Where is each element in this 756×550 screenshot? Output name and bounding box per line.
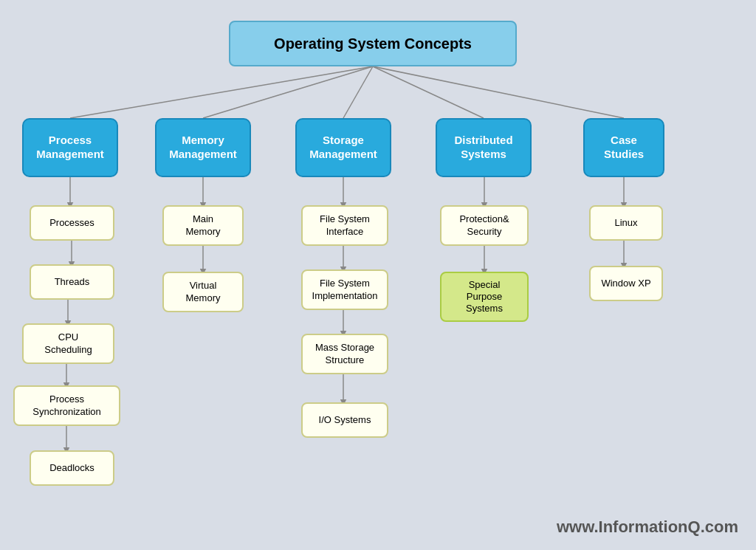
svg-line-0 <box>70 66 373 118</box>
item-file-system-interface: File SystemInterface <box>301 205 388 246</box>
item-protection-security: Protection&Security <box>440 205 529 246</box>
root-node: Operating System Concepts <box>229 21 517 66</box>
category-label: MemoryManagement <box>169 134 237 162</box>
item-main-memory: MainMemory <box>162 205 244 246</box>
item-deadlocks: Deadlocks <box>30 450 114 486</box>
item-label: Window XP <box>601 278 650 289</box>
item-label: File SystemImplementation <box>312 278 378 302</box>
item-label: Mass StorageStructure <box>315 342 374 366</box>
item-special-purpose-systems: SpecialPurposeSystems <box>440 272 529 322</box>
item-process-synchronization: ProcessSynchronization <box>13 385 120 426</box>
item-label: Threads <box>55 276 90 288</box>
item-label: VirtualMemory <box>186 280 221 304</box>
svg-line-1 <box>203 66 373 118</box>
item-label: Protection&Security <box>459 213 509 238</box>
root-label: Operating System Concepts <box>274 35 472 53</box>
category-memory-management: MemoryManagement <box>155 118 251 177</box>
item-label: SpecialPurposeSystems <box>466 279 503 315</box>
svg-line-2 <box>343 66 373 118</box>
item-file-system-implementation: File SystemImplementation <box>301 269 388 310</box>
category-distributed-systems: DistributedSystems <box>436 118 532 177</box>
watermark: www.InformationQ.com <box>557 518 738 537</box>
item-label: MainMemory <box>186 213 221 238</box>
item-io-systems: I/O Systems <box>301 402 388 438</box>
diagram-container: Operating System Concepts ProcessManagem… <box>0 0 756 550</box>
item-window-xp: Window XP <box>589 266 663 301</box>
category-process-management: ProcessManagement <box>22 118 118 177</box>
category-storage-management: StorageManagement <box>295 118 391 177</box>
item-threads: Threads <box>30 264 114 300</box>
category-label: ProcessManagement <box>36 134 104 162</box>
item-processes: Processes <box>30 205 114 241</box>
item-label: Deadlocks <box>49 462 94 474</box>
item-label: Processes <box>49 217 94 229</box>
item-label: File SystemInterface <box>320 213 370 238</box>
svg-line-4 <box>373 66 624 118</box>
category-label: CaseStudies <box>604 134 644 162</box>
item-label: ProcessSynchronization <box>32 393 101 418</box>
category-label: StorageManagement <box>309 134 377 162</box>
item-cpu-scheduling: CPUScheduling <box>22 323 114 364</box>
item-mass-storage-structure: Mass StorageStructure <box>301 334 388 374</box>
item-label: CPUScheduling <box>44 331 92 356</box>
category-label: DistributedSystems <box>454 134 512 162</box>
item-label: I/O Systems <box>319 414 371 426</box>
item-linux: Linux <box>589 205 663 241</box>
item-virtual-memory: VirtualMemory <box>162 272 244 312</box>
category-case-studies: CaseStudies <box>583 118 664 177</box>
item-label: Linux <box>614 217 637 229</box>
svg-line-3 <box>373 66 484 118</box>
